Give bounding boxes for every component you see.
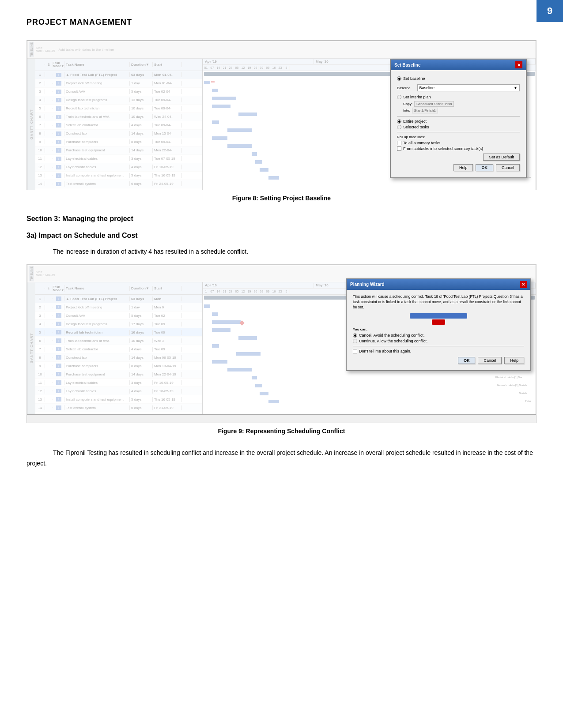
rollup-options: To all summary tasks From subtasks into … [397,141,520,151]
baseline-radio-group: Set baseline [397,76,520,81]
planning-wizard-titlebar: Planning Wizard ✕ [347,279,530,290]
dialog-close-button[interactable]: ✕ [515,61,522,68]
radio-dot-entire [397,119,401,124]
into-value: Start1/Finish1 [414,109,436,113]
figure9-caption: Figure 9: Representing Scheduling Confli… [26,428,537,435]
separator2 [397,132,520,132]
radio-set-label: Set baseline [403,76,425,81]
planning-wizard-overlay: Planning Wizard ✕ This action will cause… [27,265,536,414]
wizard-help-button[interactable]: Help [504,357,524,364]
wizard-cancel-button[interactable]: Cancel [478,357,502,364]
set-default-row: Set as Default [397,154,520,161]
radio-interim-label: Set interim plan [403,95,431,99]
page-title: PROJECT MANAGEMENT [26,18,537,27]
radio-dot-cancel [353,333,357,338]
you-can-label: You can: [353,327,524,331]
radio-continue-label: Continue. Allow the scheduling conflict. [359,339,428,343]
rollup-label: Roll up baselines: [397,135,520,139]
planning-wizard-text: This action will cause a scheduling conf… [353,294,524,310]
wizard-separator [353,346,524,346]
paragraph2: The Fipronil Testing has resulted in sch… [26,448,537,469]
dialog-content: Set baseline Baseline Baseline ▼ [391,70,526,177]
wizard-conflict-bar [432,319,445,325]
set-baseline-dialog[interactable]: Set Baseline ✕ Set baseline Baseline [390,59,527,178]
copy-value: Scheduled Start/Finish [416,102,452,106]
rollup-opt1: To all summary tasks [397,141,520,145]
planning-wizard-content: This action will cause a scheduling conf… [347,290,530,371]
radio-cancel-label: Cancel. Avoid the scheduling conflict. [359,333,424,338]
planning-wizard-title: Planning Wizard [350,282,385,287]
paragraph1: The increase in duration of activity 4 h… [26,247,537,257]
dialog-overlay: Set Baseline ✕ Set baseline Baseline [27,41,536,190]
wizard-checkbox-item: Don't tell me about this again. [353,349,524,353]
wizard-checkbox-label: Don't tell me about this again. [359,349,411,353]
dropdown-value: Baseline [419,86,435,90]
figure8-caption: Figure 8: Setting Project Baseline [26,195,537,202]
dialog-title: Set Baseline [394,63,420,68]
checkbox-sq2 [397,146,401,151]
into-row: Into: Start1/Finish1 [403,108,520,113]
into-label: Into: [403,109,410,113]
wizard-progress-container [353,313,524,325]
copy-label: Copy: [403,102,412,106]
help-button[interactable]: Help [453,164,473,171]
radio-selected[interactable]: Selected tasks [397,125,520,129]
rollup-opt2: From subtasks into selected summary task… [397,146,520,151]
section3-heading: Section 3: Managing the project [26,215,537,223]
page-number: 9 [537,0,563,22]
copy-row: Copy: Scheduled Start/Finish [403,101,520,107]
section3a-heading: 3a) Impact on Schedule and Cost [26,232,537,240]
rollup-opt2-label: From subtasks into selected summary task… [403,146,483,151]
wizard-progress-bar [410,313,467,319]
wizard-radio-group: Cancel. Avoid the scheduling conflict. C… [353,333,524,343]
planning-wizard-dialog[interactable]: Planning Wizard ✕ This action will cause… [346,278,531,372]
checkbox-sq1 [397,141,401,145]
dropdown-arrow-icon: ▼ [514,86,518,90]
radio-interim[interactable]: Set interim plan [397,95,520,99]
gantt-chart-figure9: TIMELINE StartMon 01-04-19 GANTT CHART ℹ… [27,265,536,415]
scope-radio-group: Entire project Selected tasks [397,119,520,129]
radio-cancel-conflict[interactable]: Cancel. Avoid the scheduling conflict. [353,333,524,338]
wizard-checkbox[interactable] [353,349,357,353]
gantt-chart-figure8: TIMELINE StartMon 01-04-19 Add tasks wit… [27,41,536,190]
interim-radio-group: Set interim plan [397,95,520,99]
planning-wizard-close-button[interactable]: ✕ [520,281,527,288]
baseline-dropdown[interactable]: Baseline ▼ [417,84,520,91]
radio-dot-set [397,76,401,81]
baseline-dropdown-row: Baseline Baseline ▼ [397,83,520,93]
baseline-label: Baseline [397,86,416,90]
figure-8-screenshot: TIMELINE StartMon 01-04-19 Add tasks wit… [26,40,537,190]
set-default-button[interactable]: Set as Default [483,154,520,161]
wizard-buttons: OK Cancel Help [353,357,524,366]
ok-button[interactable]: OK [476,164,493,171]
dialog-titlebar: Set Baseline ✕ [391,60,526,70]
radio-entire-label: Entire project [403,119,427,124]
radio-dot-continue [353,339,357,343]
rollup-opt1-label: To all summary tasks [403,141,440,145]
wizard-ok-button[interactable]: OK [458,357,476,364]
cancel-button[interactable]: Cancel [496,164,520,171]
radio-dot-interim [397,95,401,99]
radio-continue-conflict[interactable]: Continue. Allow the scheduling conflict. [353,339,524,343]
radio-set-baseline[interactable]: Set baseline [397,76,520,81]
separator1 [397,116,520,116]
radio-entire[interactable]: Entire project [397,119,520,124]
figure-9-screenshot: TIMELINE StartMon 01-04-19 GANTT CHART ℹ… [26,264,537,423]
radio-selected-label: Selected tasks [403,125,429,129]
into-dropdown: Start1/Finish1 [412,108,438,113]
copy-dropdown: Scheduled Start/Finish [414,101,454,107]
dialog-buttons-row: Help OK Cancel [397,164,520,173]
radio-dot-selected [397,125,401,129]
